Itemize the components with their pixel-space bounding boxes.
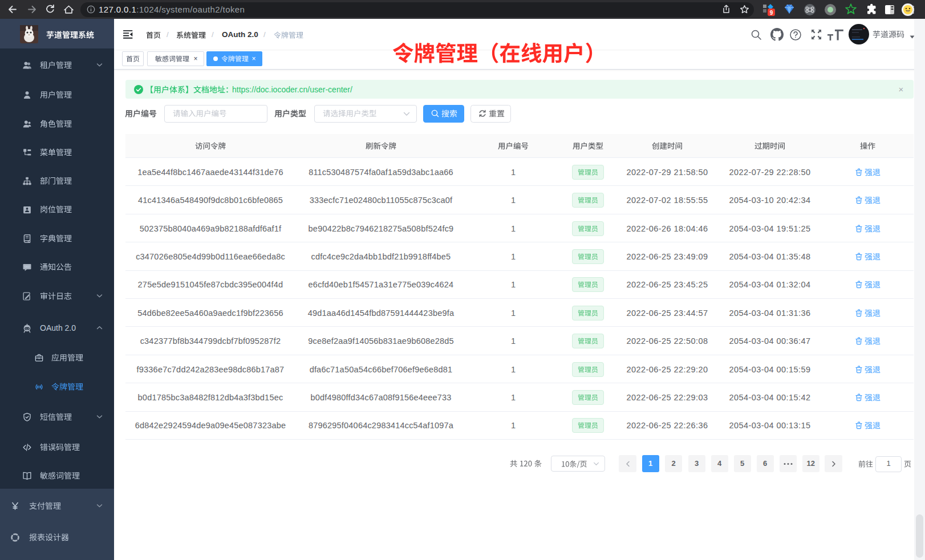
- svg-text:9: 9: [770, 10, 773, 16]
